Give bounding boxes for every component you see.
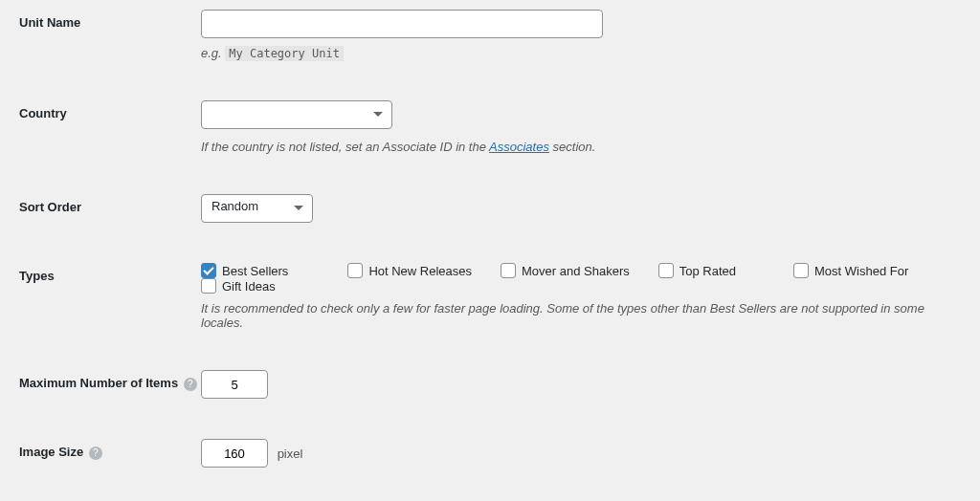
- type-top-rated[interactable]: Top Rated: [658, 263, 736, 278]
- country-help-suffix: section.: [549, 140, 595, 154]
- unit-name-input[interactable]: [201, 10, 603, 38]
- types-label: Types: [19, 263, 201, 283]
- max-items-row: Maximum Number of Items ?: [19, 370, 961, 399]
- image-size-field: pixel: [201, 439, 961, 468]
- type-label: Best Sellers: [222, 264, 288, 278]
- unit-name-row: Unit Name e.g. My Category Unit: [19, 10, 961, 60]
- sort-order-field: Random: [201, 194, 961, 223]
- max-items-field: [201, 370, 961, 399]
- max-items-label: Maximum Number of Items ?: [19, 370, 201, 391]
- type-gift-ideas[interactable]: Gift Ideas: [201, 278, 276, 294]
- country-select[interactable]: [201, 100, 392, 129]
- type-label: Most Wished For: [814, 264, 908, 278]
- image-size-input[interactable]: [201, 439, 268, 468]
- sort-order-row: Sort Order Random: [19, 194, 961, 223]
- unit-name-field: e.g. My Category Unit: [201, 10, 961, 60]
- checkbox-icon: [201, 278, 216, 294]
- types-row: Types Best Sellers Hot New Releases Move…: [19, 263, 961, 330]
- type-mover-shakers[interactable]: Mover and Shakers: [501, 263, 630, 278]
- checkbox-icon: [793, 263, 809, 278]
- country-row: Country If the country is not listed, se…: [19, 100, 961, 154]
- unit-name-help-code: My Category Unit: [225, 46, 344, 61]
- country-help: If the country is not listed, set an Ass…: [201, 140, 961, 154]
- country-label: Country: [19, 100, 201, 120]
- max-items-input[interactable]: [201, 370, 268, 399]
- checkbox-icon: [501, 263, 516, 278]
- unit-name-help-prefix: e.g.: [201, 46, 225, 60]
- help-icon[interactable]: ?: [89, 447, 102, 460]
- type-best-sellers[interactable]: Best Sellers: [201, 263, 288, 278]
- image-size-label: Image Size ?: [19, 439, 201, 460]
- checkbox-icon: [201, 263, 216, 278]
- sort-order-label: Sort Order: [19, 194, 201, 214]
- types-checkbox-row: Best Sellers Hot New Releases Mover and …: [201, 263, 961, 294]
- sort-order-select-wrap: Random: [201, 194, 313, 223]
- unit-name-help: e.g. My Category Unit: [201, 46, 961, 60]
- associates-link[interactable]: Associates: [489, 140, 549, 154]
- checkbox-icon: [347, 263, 363, 278]
- image-size-row: Image Size ? pixel: [19, 439, 961, 468]
- help-icon[interactable]: ?: [184, 378, 197, 391]
- type-label: Top Rated: [679, 264, 736, 278]
- type-label: Mover and Shakers: [522, 264, 630, 278]
- country-help-prefix: If the country is not listed, set an Ass…: [201, 140, 489, 154]
- types-help: It is recommended to check only a few fo…: [201, 301, 961, 330]
- type-label: Gift Ideas: [222, 279, 276, 294]
- type-label: Hot New Releases: [368, 264, 472, 278]
- checkbox-icon: [658, 263, 674, 278]
- country-select-wrap: [201, 100, 392, 129]
- type-hot-new-releases[interactable]: Hot New Releases: [347, 263, 472, 278]
- image-size-unit: pixel: [278, 447, 303, 461]
- unit-name-label: Unit Name: [19, 10, 201, 30]
- type-most-wished[interactable]: Most Wished For: [793, 263, 908, 278]
- country-field: If the country is not listed, set an Ass…: [201, 100, 961, 154]
- sort-order-select[interactable]: Random: [201, 194, 313, 223]
- types-field: Best Sellers Hot New Releases Mover and …: [201, 263, 961, 330]
